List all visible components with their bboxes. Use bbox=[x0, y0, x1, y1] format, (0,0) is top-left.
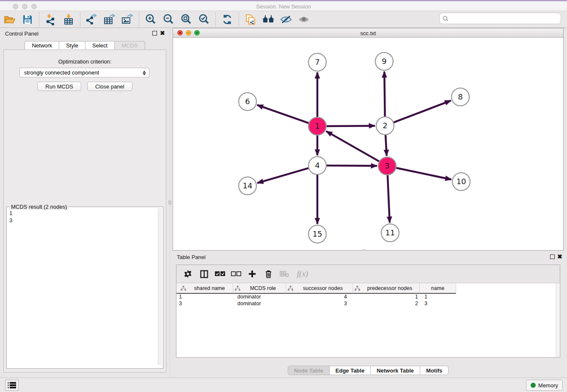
graph-edge-3-1[interactable] bbox=[326, 131, 380, 162]
tab-edge-table[interactable]: Edge Table bbox=[329, 366, 370, 375]
zoom-selected-button[interactable] bbox=[197, 13, 211, 26]
zoom-out-icon bbox=[162, 14, 174, 25]
column-header-mcds-role[interactable]: MCDS role bbox=[233, 283, 286, 294]
function-builder-button[interactable]: f(x) bbox=[294, 268, 311, 280]
import-network-icon bbox=[45, 14, 56, 25]
apply-layout-button[interactable] bbox=[220, 13, 234, 26]
memory-button[interactable]: Memory bbox=[526, 380, 563, 391]
create-column-button[interactable] bbox=[246, 268, 259, 280]
graph-node-label: 6 bbox=[245, 97, 250, 106]
import-table-button[interactable] bbox=[61, 13, 76, 26]
cell-successor-nodes[interactable]: 4 bbox=[286, 294, 353, 301]
graph-edge-2-8[interactable] bbox=[393, 101, 451, 123]
cell-predecessor-nodes[interactable]: 1 bbox=[353, 294, 420, 301]
graph-edge-3-11[interactable] bbox=[388, 174, 390, 223]
window-title: Session: New Session bbox=[0, 3, 567, 10]
cell-shared-name[interactable]: 3 bbox=[176, 301, 233, 307]
table-panel-float-icon[interactable] bbox=[550, 254, 555, 259]
zoom-out-button[interactable] bbox=[161, 13, 176, 26]
plus-icon bbox=[248, 270, 256, 278]
copy-style-button[interactable] bbox=[243, 13, 258, 26]
houses-icon bbox=[261, 14, 275, 25]
column-header-name[interactable]: name bbox=[420, 283, 456, 294]
delete-column-button[interactable] bbox=[262, 268, 275, 280]
export-network-button[interactable] bbox=[85, 13, 99, 26]
table-settings-button[interactable] bbox=[182, 268, 194, 280]
result-scrollbar[interactable] bbox=[158, 208, 162, 365]
control-panel-float-icon[interactable] bbox=[152, 31, 157, 36]
graph-node-label: 8 bbox=[458, 92, 462, 101]
graph-edge-2-3[interactable] bbox=[385, 134, 387, 156]
dropdown-value: strongly connected component bbox=[24, 69, 99, 76]
control-panel-title: Control Panel bbox=[5, 30, 39, 37]
graph-edge-4-3[interactable] bbox=[325, 166, 377, 166]
tab-style[interactable]: Style bbox=[59, 41, 85, 50]
task-history-button[interactable] bbox=[5, 380, 19, 391]
tab-select[interactable]: Select bbox=[85, 41, 114, 50]
node-table: f(x) shared name MCDS role successor nod… bbox=[176, 265, 560, 358]
tab-motifs[interactable]: Motifs bbox=[420, 366, 449, 375]
cell-successor-nodes[interactable]: 3 bbox=[286, 301, 353, 307]
save-session-button[interactable] bbox=[20, 13, 35, 26]
export-table-button[interactable] bbox=[102, 13, 117, 26]
cell-mcds-role[interactable]: dominator bbox=[233, 301, 286, 307]
graph-node-label: 1 bbox=[315, 121, 319, 130]
tab-network-table[interactable]: Network Table bbox=[370, 366, 420, 375]
chevron-up-down-icon bbox=[141, 69, 147, 76]
optimization-criterion-select[interactable]: strongly connected component bbox=[19, 68, 149, 77]
graph-edge-2-9[interactable] bbox=[384, 72, 385, 118]
cell-shared-name[interactable]: 1 bbox=[176, 294, 233, 301]
show-columns-button[interactable] bbox=[198, 268, 210, 280]
graph-edge-1-6[interactable] bbox=[257, 105, 310, 124]
panel-divider-grabber[interactable] bbox=[168, 201, 171, 204]
zoom-in-button[interactable] bbox=[143, 13, 158, 26]
hide-selected-button[interactable] bbox=[279, 13, 293, 26]
column-header-shared-name[interactable]: shared name bbox=[176, 283, 233, 294]
zoom-fit-button[interactable] bbox=[179, 13, 193, 26]
close-panel-button[interactable]: Close panel bbox=[87, 82, 132, 91]
table-row[interactable]: 1 dominator 4 1 1 bbox=[176, 294, 560, 301]
mcds-result-line: 3 bbox=[9, 217, 12, 224]
network-canvas[interactable]: 7968124314101511 bbox=[173, 38, 563, 250]
table-panel-close-icon[interactable]: ✖ bbox=[557, 253, 562, 260]
graph-edge-3-10[interactable] bbox=[395, 168, 451, 179]
import-network-button[interactable] bbox=[44, 13, 58, 26]
run-mcds-button[interactable]: Run MCDS bbox=[37, 82, 81, 91]
cell-name[interactable]: 1 bbox=[420, 294, 456, 301]
graph-node-label: 14 bbox=[243, 181, 253, 190]
cell-name[interactable]: 3 bbox=[420, 301, 456, 307]
export-image-button[interactable] bbox=[120, 13, 135, 26]
mcds-result-box: MCDS result (2 nodes) 1 3 bbox=[6, 207, 163, 369]
delete-table-button[interactable] bbox=[278, 268, 291, 280]
network-window-titlebar[interactable]: ✕ − + scc.txt bbox=[173, 28, 563, 38]
mcds-result-title: MCDS result (2 nodes) bbox=[9, 204, 69, 210]
search-box[interactable] bbox=[439, 13, 561, 24]
graph-edge-4-14[interactable] bbox=[257, 168, 310, 183]
task-list-icon bbox=[8, 382, 16, 389]
fx-icon: f(x) bbox=[297, 269, 308, 279]
graph-edge-1-2[interactable] bbox=[325, 126, 375, 126]
column-header-successor-nodes[interactable]: successor nodes bbox=[286, 283, 353, 294]
toolbar-separator bbox=[139, 12, 139, 27]
first-neighbors-button[interactable] bbox=[261, 13, 275, 26]
control-panel-close-icon[interactable]: ✖ bbox=[160, 30, 165, 36]
unselect-all-columns-button[interactable] bbox=[230, 268, 242, 280]
open-session-button[interactable] bbox=[3, 13, 17, 26]
cell-predecessor-nodes[interactable]: 2 bbox=[353, 301, 420, 307]
network-resize-grabber[interactable] bbox=[362, 249, 366, 251]
column-header-predecessor-nodes[interactable]: predecessor nodes bbox=[353, 283, 420, 294]
network-window-title: scc.txt bbox=[173, 30, 563, 36]
columns-icon bbox=[200, 270, 208, 278]
select-all-columns-button[interactable] bbox=[214, 268, 226, 280]
table-row[interactable]: 3 dominator 3 2 3 bbox=[176, 301, 560, 307]
search-input[interactable] bbox=[451, 15, 561, 22]
tab-network[interactable]: Network bbox=[25, 41, 59, 50]
export-table-icon bbox=[104, 14, 116, 25]
cell-mcds-role[interactable]: dominator bbox=[233, 294, 286, 301]
tab-node-table[interactable]: Node Table bbox=[288, 366, 329, 375]
show-all-button[interactable] bbox=[297, 13, 311, 26]
tab-mcds[interactable]: MCDS bbox=[114, 41, 145, 50]
search-icon bbox=[443, 16, 449, 22]
table-scrollbar[interactable] bbox=[556, 283, 559, 357]
tree-icon bbox=[181, 286, 186, 291]
